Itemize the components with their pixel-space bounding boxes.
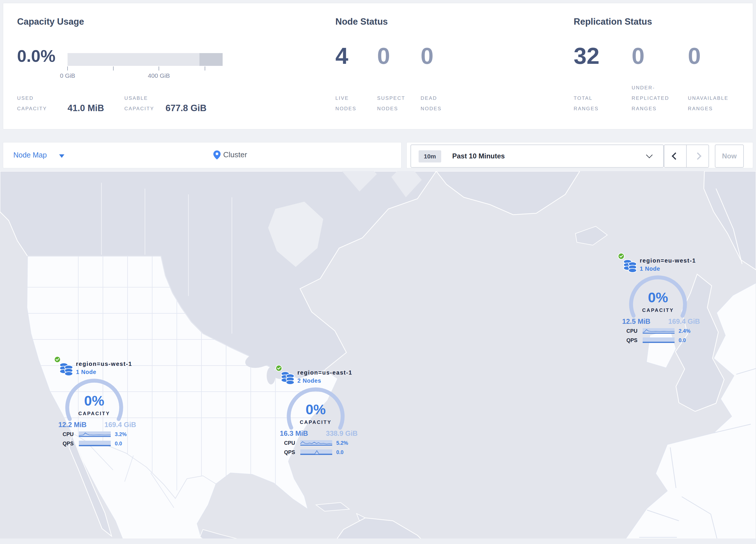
used-capacity-label: USED CAPACITY xyxy=(17,93,47,114)
capacity-percent: 0% xyxy=(629,290,687,306)
suspect-nodes-label: SUSPECT NODES xyxy=(377,93,405,114)
live-nodes-label: LIVE NODES xyxy=(335,93,356,114)
next-interval-button[interactable] xyxy=(686,145,708,167)
cpu-label: CPU xyxy=(49,431,74,438)
region-name: region=us-east-1 xyxy=(297,369,352,376)
axis-tick-label: 400 GiB xyxy=(136,72,182,79)
capacity-label: CAPACITY xyxy=(281,420,350,425)
qps-value: 0.0 xyxy=(336,449,344,456)
cpu-sparkline xyxy=(300,440,332,446)
capacity-label: CAPACITY xyxy=(623,308,693,313)
time-range-label: Past 10 Minutes xyxy=(452,152,505,160)
cpu-sparkline xyxy=(643,328,675,334)
capacity-usable-value: 169.4 GiB xyxy=(96,421,145,429)
qps-sparkline xyxy=(643,338,675,343)
cpu-label: CPU xyxy=(613,328,637,334)
breadcrumb-cluster[interactable]: Cluster xyxy=(223,150,247,159)
database-nodes-icon xyxy=(281,371,295,387)
chevron-down-icon xyxy=(646,152,653,158)
qps-label: QPS xyxy=(613,338,637,344)
capacity-percent: 0% xyxy=(287,402,345,418)
unavailable-ranges-count: 0 xyxy=(688,43,701,69)
used-capacity-value: 41.0 MiB xyxy=(68,103,104,113)
capacity-usage-percent: 0.0% xyxy=(17,46,55,66)
axis-tick xyxy=(159,66,159,70)
view-selector-node-map[interactable]: Node Map xyxy=(13,151,47,159)
capacity-usable-value: 338.9 GiB xyxy=(317,429,366,438)
capacity-used-value: 16.3 MiB xyxy=(269,429,319,438)
total-ranges-label: TOTAL RANGES xyxy=(574,93,599,114)
time-range-pager xyxy=(664,144,709,168)
cpu-value: 2.4% xyxy=(679,328,690,334)
qps-value: 0.0 xyxy=(679,338,686,344)
chevron-right-icon xyxy=(694,152,701,159)
qps-value: 0.0 xyxy=(115,441,122,447)
capacity-bar-other-segment xyxy=(199,53,223,66)
qps-label: QPS xyxy=(271,449,295,456)
now-button[interactable]: Now xyxy=(715,144,744,168)
qps-label: QPS xyxy=(49,441,74,447)
cpu-label: CPU xyxy=(271,440,295,446)
axis-tick xyxy=(113,66,114,70)
cpu-value: 3.2% xyxy=(115,431,127,438)
cpu-value: 5.2% xyxy=(336,440,348,446)
previous-interval-button[interactable] xyxy=(664,145,686,167)
axis-tick xyxy=(205,66,205,70)
chevron-left-icon xyxy=(672,152,679,159)
locality-marker-us-east-1[interactable]: region=us-east-1 2 Nodes 0% CAPACITY 16.… xyxy=(265,360,369,461)
capacity-used-value: 12.2 MiB xyxy=(48,421,97,429)
replication-status-title: Replication Status xyxy=(574,17,652,27)
axis-tick-label: 0 GiB xyxy=(44,72,91,79)
qps-sparkline xyxy=(79,441,111,446)
chevron-down-icon xyxy=(59,154,64,158)
dead-nodes-count: 0 xyxy=(421,43,434,69)
capacity-usage-bar xyxy=(68,53,223,66)
region-name: region=us-west-1 xyxy=(76,361,132,367)
cluster-summary-card: Capacity Usage 0.0% 0 GiB 400 GiB USED C… xyxy=(3,3,753,129)
usable-capacity-value: 677.8 GiB xyxy=(166,103,206,113)
live-nodes-count: 4 xyxy=(335,43,348,69)
capacity-percent: 0% xyxy=(65,393,123,409)
locality-marker-us-west-1[interactable]: region=us-west-1 1 Node 0% CAPACITY 12.2… xyxy=(43,351,148,452)
location-pin-icon xyxy=(213,150,221,161)
capacity-label: CAPACITY xyxy=(59,411,129,417)
region-node-count: 1 Node xyxy=(640,265,660,272)
capacity-usable-value: 169.4 GiB xyxy=(659,318,709,326)
unavailable-ranges-label: UNAVAILABLE RANGES xyxy=(688,93,728,114)
capacity-usage-title: Capacity Usage xyxy=(17,17,84,27)
capacity-used-value: 12.5 MiB xyxy=(612,318,661,326)
locality-marker-eu-west-1[interactable]: region=eu-west-1 1 Node 0% CAPACITY 12.5… xyxy=(607,248,712,349)
database-nodes-icon xyxy=(623,259,637,275)
time-range-badge: 10m xyxy=(419,150,441,162)
under-replicated-ranges-label: UNDER- REPLICATED RANGES xyxy=(632,83,669,114)
total-ranges-count: 32 xyxy=(574,43,599,69)
qps-sparkline xyxy=(300,449,332,455)
axis-tick xyxy=(67,66,68,70)
region-name: region=eu-west-1 xyxy=(640,257,696,264)
region-node-count: 1 Node xyxy=(76,369,96,376)
suspect-nodes-count: 0 xyxy=(377,43,390,69)
time-range-dropdown[interactable]: 10m Past 10 Minutes xyxy=(410,144,664,168)
cpu-sparkline xyxy=(79,431,111,437)
node-status-title: Node Status xyxy=(335,17,388,27)
under-replicated-ranges-count: 0 xyxy=(632,43,645,69)
database-nodes-icon xyxy=(59,362,74,378)
dead-nodes-label: DEAD NODES xyxy=(421,93,441,114)
region-node-count: 2 Nodes xyxy=(297,378,321,384)
usable-capacity-label: USABLE CAPACITY xyxy=(124,93,154,114)
